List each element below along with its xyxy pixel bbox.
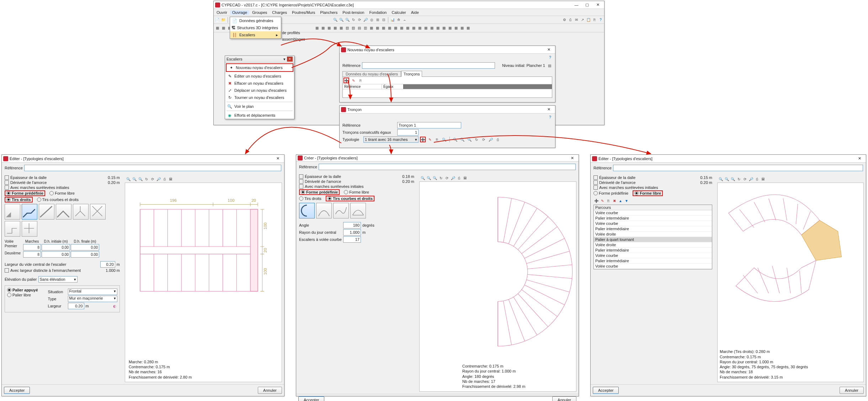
tool-icon[interactable]: ▦ <box>220 25 226 31</box>
radio-tirs-droits[interactable]: Tirs droits <box>299 196 321 201</box>
close-button[interactable]: ✕ <box>567 155 577 161</box>
zoom-icon[interactable]: 🔍 <box>138 176 143 182</box>
tool-icon[interactable]: ⎘ <box>592 17 597 23</box>
dh-fin-input[interactable] <box>71 244 99 250</box>
tool-icon[interactable]: ⊞ <box>375 17 380 23</box>
tool-icon[interactable]: ⚙ <box>561 17 567 23</box>
minimize-button[interactable]: — <box>571 2 581 8</box>
zoom-icon[interactable]: 🔍 <box>132 176 137 182</box>
troncon-ref-input[interactable] <box>397 122 461 128</box>
tool-icon[interactable]: ⊟ <box>381 17 387 23</box>
marches-sur-check[interactable] <box>593 185 598 190</box>
menu-item-escaliers[interactable]: 🪜Escaliers▸ <box>230 31 281 38</box>
parcours-row[interactable]: Volée droite <box>594 242 712 248</box>
radio-palier-appuye[interactable]: Palier appuyé <box>7 288 38 292</box>
radio-tirs-courbes[interactable]: Tirs courbes et droits <box>326 196 374 201</box>
add-typ-icon[interactable]: ➕ <box>420 137 426 142</box>
radio-palier-libre[interactable]: Palier libre <box>7 293 31 297</box>
help-icon[interactable]: ? <box>547 114 553 120</box>
up-icon[interactable]: ▲ <box>618 198 623 204</box>
refresh-icon[interactable]: ↻ <box>351 17 356 23</box>
menu-groupes[interactable]: Groupes <box>250 10 269 15</box>
print-icon[interactable]: ⎙ <box>162 176 167 182</box>
ref-input[interactable] <box>24 165 281 171</box>
tool-icon[interactable]: 📄 <box>214 17 220 23</box>
refresh-icon[interactable]: ↻ <box>144 176 149 182</box>
ep-dalle-check[interactable] <box>5 175 9 180</box>
marches-input[interactable] <box>23 244 41 250</box>
zoom-icon[interactable]: 🔎 <box>156 176 161 182</box>
marches-input[interactable] <box>23 251 41 258</box>
radio-forme-predef[interactable]: Forme prédéfinie <box>5 190 45 196</box>
tool-icon[interactable]: ▤ <box>356 25 362 31</box>
close-icon[interactable]: ✕ <box>287 57 293 62</box>
largeur-input[interactable] <box>68 303 84 309</box>
dh-fin-input[interactable] <box>71 251 99 258</box>
tool-icon[interactable]: ▦ <box>338 25 344 31</box>
menu-aide[interactable]: Aide <box>409 10 421 15</box>
add-icon[interactable]: ➕ <box>344 78 349 83</box>
tool-icon[interactable]: ▦ <box>459 25 465 31</box>
close-button[interactable]: ✕ <box>544 47 554 53</box>
escaliers-nouveau[interactable]: ✦Nouveau noyau d'escaliers <box>226 63 293 72</box>
tool-icon[interactable]: ▧ <box>350 25 356 31</box>
zoom-icon[interactable]: 🔍 <box>426 175 432 181</box>
close-button[interactable]: ✕ <box>593 2 603 8</box>
zoom-icon[interactable]: 🔎 <box>450 175 456 181</box>
annuler-button[interactable]: Annuler <box>552 396 576 401</box>
larg-vide-input[interactable] <box>100 261 115 268</box>
accepter-button[interactable]: Accepter <box>593 387 619 394</box>
zoom-icon[interactable]: 🔎 <box>748 176 754 182</box>
stair-thumb[interactable] <box>333 203 349 218</box>
zoom-icon[interactable]: 🔍 <box>459 137 465 142</box>
stair-thumb[interactable] <box>5 221 20 237</box>
tab-donnees[interactable]: Données du noyau d'escaliers <box>342 71 401 76</box>
stair-thumb[interactable] <box>73 204 89 220</box>
zoom-icon[interactable]: 🔍 <box>730 176 736 182</box>
tool-icon[interactable]: ▦ <box>435 25 441 31</box>
annuler-button[interactable]: Annuler <box>840 387 864 394</box>
deniv-check[interactable] <box>299 179 303 184</box>
refresh-icon[interactable]: ↻ <box>474 137 479 142</box>
tool-icon[interactable]: ▦ <box>332 25 338 31</box>
zoom-icon[interactable]: 🔍 <box>345 17 350 23</box>
copy-icon[interactable]: ⎘ <box>358 78 363 83</box>
stair-thumb[interactable] <box>39 204 54 220</box>
refresh-icon[interactable]: ↻ <box>736 176 742 182</box>
close-button[interactable]: ✕ <box>544 106 554 113</box>
radio-forme-predef[interactable]: Forme prédéfinie <box>593 191 628 195</box>
down-icon[interactable]: ▼ <box>624 198 629 204</box>
tool-icon[interactable]: ▦ <box>465 25 471 31</box>
help-icon[interactable]: ? <box>547 54 553 60</box>
escaliers-tourner[interactable]: ↻Tourner un noyau d'escaliers <box>225 94 294 101</box>
esc-volee-input[interactable] <box>343 236 361 243</box>
tool-icon[interactable]: ▦ <box>453 25 459 31</box>
ref-input[interactable] <box>319 164 576 170</box>
menu-ouvrir[interactable]: Ouvrir <box>214 10 229 15</box>
largeur-help-icon[interactable]: ◐ <box>112 303 117 309</box>
escaliers-deplacer[interactable]: ⤢Déplacer un noyau d'escaliers <box>225 87 294 94</box>
dh-init-input[interactable] <box>42 251 70 258</box>
tool-icon[interactable]: ⫠ <box>402 17 408 23</box>
edit-icon[interactable]: ✎ <box>427 137 433 142</box>
zoom-icon[interactable]: 🔍 <box>126 176 131 182</box>
print-icon[interactable]: ⎙ <box>456 175 462 181</box>
ref-input[interactable] <box>362 62 495 69</box>
tool-icon[interactable]: ▦ <box>380 25 386 31</box>
angle-input[interactable] <box>343 222 361 228</box>
tool-icon[interactable]: ◎ <box>369 17 374 23</box>
zoom-icon[interactable]: 🔍 <box>420 175 426 181</box>
radio-forme-predef[interactable]: Forme prédéfinie <box>299 189 340 195</box>
marches-sur-check[interactable] <box>299 184 303 189</box>
stair-thumb[interactable] <box>350 203 366 218</box>
tool-icon[interactable]: ▦ <box>417 25 422 31</box>
edit-icon[interactable]: ✎ <box>600 198 605 204</box>
tool-icon[interactable]: ▦ <box>214 25 220 31</box>
zoom-icon[interactable]: 🔎 <box>363 17 368 23</box>
close-button[interactable]: ✕ <box>273 155 283 162</box>
maximize-button[interactable]: ▢ <box>582 2 592 8</box>
troncon-typ-select[interactable]: 1 tirant avec 16 marches▾ <box>363 136 419 143</box>
escaliers-plan[interactable]: 🔍Voir le plan <box>225 103 294 110</box>
chart-icon[interactable]: 📊 <box>390 17 395 23</box>
tool-icon[interactable]: ▦ <box>399 25 404 31</box>
